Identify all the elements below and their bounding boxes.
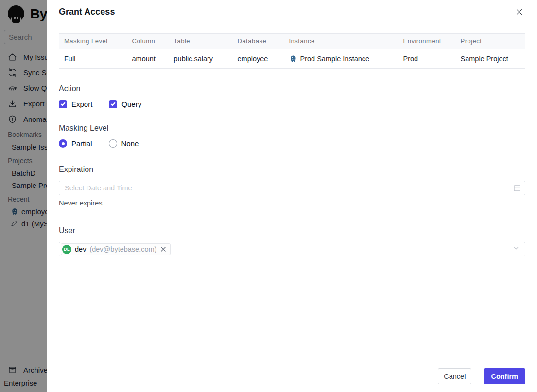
cell-instance: Prod Sample Instance <box>284 49 398 69</box>
query-label: Query <box>121 100 141 108</box>
col-header-environment: Environment <box>398 34 456 49</box>
user-email: (dev@bytebase.com) <box>89 245 156 253</box>
chevron-down-icon <box>513 245 520 254</box>
cancel-button[interactable]: Cancel <box>438 368 471 384</box>
export-label: Export <box>71 100 92 108</box>
col-header-database: Database <box>233 34 284 49</box>
grant-target-table: Masking Level Column Table Database Inst… <box>59 33 525 69</box>
expiration-hint: Never expires <box>59 199 525 207</box>
instance-name: Prod Sample Instance <box>300 55 370 63</box>
cell-database: employee <box>233 49 284 69</box>
modal-footer: Cancel Confirm <box>47 360 537 392</box>
checkbox-checked-icon <box>59 100 67 108</box>
user-avatar: DE <box>62 245 71 254</box>
expiration-datetime-input[interactable] <box>59 181 525 195</box>
radio-unselected-icon <box>109 139 117 148</box>
masking-level-section: Masking Level Partial None <box>59 124 525 148</box>
user-heading: User <box>59 226 525 235</box>
col-header-instance: Instance <box>284 34 398 49</box>
postgresql-icon <box>289 55 297 63</box>
selected-user-tag: DE dev (dev@bytebase.com) <box>61 243 171 255</box>
cell-masking-level: Full <box>59 49 127 69</box>
masking-level-heading: Masking Level <box>59 124 525 133</box>
user-name: dev <box>75 245 86 253</box>
expiration-heading: Expiration <box>59 165 525 174</box>
confirm-button[interactable]: Confirm <box>484 368 525 384</box>
none-label: None <box>121 139 139 148</box>
col-header-table: Table <box>169 34 233 49</box>
remove-user-icon[interactable] <box>160 246 167 253</box>
col-header-masking-level: Masking Level <box>59 34 127 49</box>
table-header-row: Masking Level Column Table Database Inst… <box>59 34 525 49</box>
calendar-icon[interactable] <box>513 184 521 192</box>
modal-title: Grant Access <box>59 7 115 17</box>
close-icon[interactable] <box>514 7 524 17</box>
action-section: Action Export Query <box>59 85 525 108</box>
none-radio[interactable]: None <box>109 139 139 148</box>
user-select[interactable]: DE dev (dev@bytebase.com) <box>59 242 525 256</box>
export-checkbox[interactable]: Export <box>59 100 92 108</box>
modal-body: Masking Level Column Table Database Inst… <box>47 24 537 360</box>
partial-label: Partial <box>71 139 92 148</box>
cell-environment: Prod <box>398 49 456 69</box>
checkbox-checked-icon <box>109 100 117 108</box>
query-checkbox[interactable]: Query <box>109 100 141 108</box>
cell-table: public.salary <box>169 49 233 69</box>
cell-project: Sample Project <box>456 49 525 69</box>
action-heading: Action <box>59 85 525 93</box>
col-header-column: Column <box>127 34 169 49</box>
user-section: User DE dev (dev@bytebase.com) <box>59 226 525 256</box>
expiration-section: Expiration Never expires <box>59 165 525 207</box>
modal-header: Grant Access <box>47 0 537 24</box>
table-row: Full amount public.salary employee Prod … <box>59 49 525 69</box>
col-header-project: Project <box>456 34 525 49</box>
grant-access-modal: Grant Access Masking Level Column Table … <box>47 0 537 392</box>
radio-selected-icon <box>59 139 67 148</box>
partial-radio[interactable]: Partial <box>59 139 92 148</box>
cell-column: amount <box>127 49 169 69</box>
